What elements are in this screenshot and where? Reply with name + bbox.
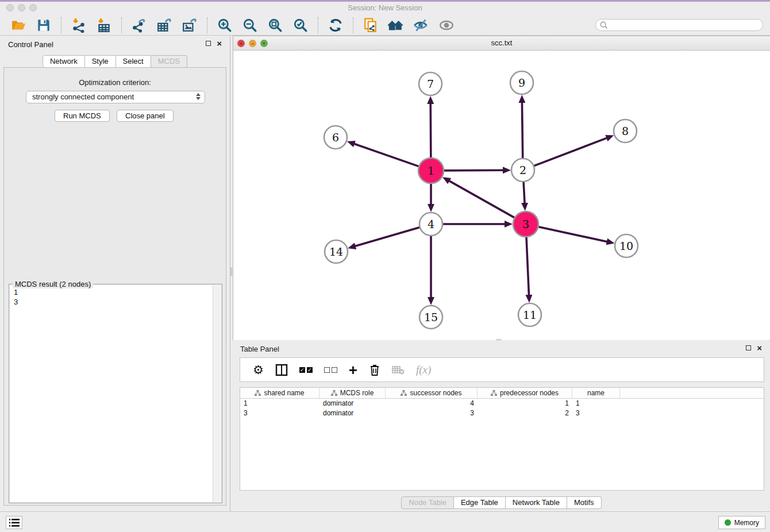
graph-node-label-1: 1 (428, 164, 434, 177)
delete-rows-icon[interactable] (369, 363, 380, 377)
tab-style[interactable]: Style (85, 55, 116, 68)
duplicate-network-icon[interactable] (363, 17, 379, 33)
network-minimize-icon[interactable]: − (249, 40, 256, 47)
search-field[interactable] (595, 19, 763, 31)
mcds-tab-content: Optimization criterion: strongly connect… (3, 67, 226, 506)
run-mcds-button[interactable]: Run MCDS (55, 110, 110, 122)
result-scrollbar[interactable] (213, 285, 221, 502)
export-network-icon[interactable] (131, 17, 147, 33)
graph-node-label-14: 14 (329, 245, 343, 258)
network-overview-icon[interactable] (388, 17, 404, 33)
zoom-window-button[interactable] (29, 4, 37, 11)
column-settings-icon[interactable]: ⚙ (253, 363, 264, 377)
network-zoom-icon[interactable]: + (260, 40, 268, 47)
node-table-header: shared nameMCDS rolesuccessor nodesprede… (240, 388, 764, 399)
table-cell[interactable]: 1 (478, 399, 572, 408)
open-session-icon[interactable] (10, 17, 26, 33)
column-header-MCDS-role[interactable]: MCDS role (319, 388, 386, 398)
close-panel-button[interactable]: Close panel (117, 110, 174, 122)
close-window-button[interactable] (6, 4, 14, 11)
show-graphics-icon[interactable] (438, 17, 455, 33)
export-image-icon[interactable] (182, 17, 198, 33)
zoom-out-icon[interactable] (242, 17, 258, 33)
column-label: name (587, 389, 605, 397)
graph-edge-2-3[interactable] (523, 180, 525, 203)
tab-edge-table[interactable]: Edge Table (454, 496, 506, 509)
graph-edge-1-2[interactable] (442, 170, 503, 171)
delete-table-icon (392, 363, 405, 377)
split-panel-icon[interactable] (275, 363, 288, 377)
table-cell[interactable]: 3 (572, 408, 620, 418)
column-header-shared-name[interactable]: shared name (240, 388, 319, 398)
graph-edge-3-10[interactable] (537, 226, 607, 242)
memory-button[interactable]: Memory (718, 516, 765, 529)
close-panel-icon[interactable]: × (217, 41, 222, 46)
tab-mcds[interactable]: MCDS (151, 55, 187, 68)
mcds-result-area[interactable]: 1 3 (10, 285, 221, 502)
list-icon (9, 519, 20, 527)
save-session-icon[interactable] (36, 17, 52, 33)
float-panel-icon[interactable] (206, 41, 211, 46)
tab-network-table[interactable]: Network Table (506, 496, 567, 509)
column-type-icon (401, 390, 407, 396)
network-window-titlebar[interactable]: × − + scc.txt (233, 36, 770, 51)
export-table-icon[interactable] (156, 17, 172, 33)
table-cell[interactable]: 4 (386, 399, 478, 408)
graph-edge-2-9[interactable] (522, 102, 522, 160)
column-header-successor-nodes[interactable]: successor nodes (386, 388, 478, 398)
graph-node-label-15: 15 (424, 311, 438, 323)
select-all-rows-icon[interactable]: ✓✓ (299, 363, 313, 377)
graph-edge-3-11[interactable] (526, 236, 529, 295)
table-cell[interactable]: 3 (386, 408, 478, 418)
criterion-dropdown[interactable]: strongly connected component (26, 91, 205, 103)
table-cell[interactable]: 1 (240, 399, 319, 408)
table-cell[interactable]: 3 (240, 408, 319, 418)
search-icon (600, 21, 608, 29)
graph-edge-1-7[interactable] (430, 103, 431, 159)
table-cell[interactable]: dominator (319, 399, 386, 408)
table-cell[interactable]: dominator (319, 408, 386, 418)
table-cell[interactable]: 1 (572, 399, 620, 408)
graph-node-label-3: 3 (522, 218, 529, 230)
minimize-window-button[interactable] (18, 4, 25, 11)
table-toolbar: ⚙ ✓✓ + f(x) (240, 357, 764, 382)
window-controls (6, 4, 37, 11)
table-row[interactable]: 3dominator323 (240, 408, 764, 418)
tab-node-table[interactable]: Node Table (401, 496, 454, 509)
tab-select[interactable]: Select (116, 55, 151, 68)
apply-layout-icon[interactable] (328, 17, 344, 33)
close-panel-icon[interactable]: × (757, 345, 762, 350)
network-close-icon[interactable]: × (237, 40, 245, 47)
toolbar-separator (207, 17, 207, 33)
table-cell[interactable]: 2 (478, 408, 572, 418)
table-panel-tabs: Node TableEdge TableNetwork TableMotifs (233, 496, 770, 509)
column-type-icon (331, 390, 337, 396)
import-network-icon[interactable] (71, 17, 87, 33)
vertical-splitter-handle[interactable] (230, 268, 232, 276)
column-label: successor nodes (410, 389, 461, 397)
hide-graphics-icon[interactable] (413, 17, 429, 33)
zoom-selected-icon[interactable] (292, 17, 309, 33)
toolbar-separator (121, 17, 122, 33)
app-titlebar: Session: New Session (0, 2, 770, 15)
float-panel-icon[interactable] (746, 345, 751, 350)
column-header-predecessor-nodes[interactable]: predecessor nodes (478, 388, 572, 398)
task-history-button[interactable] (6, 516, 22, 529)
import-table-icon[interactable] (96, 17, 112, 33)
graph-edge-1-6[interactable] (354, 144, 420, 167)
tab-network[interactable]: Network (43, 55, 85, 68)
column-header-name[interactable]: name (572, 388, 620, 398)
zoom-in-icon[interactable] (217, 17, 233, 33)
status-bar: Memory (0, 511, 770, 532)
graph-edge-2-8[interactable] (533, 138, 607, 166)
zoom-fit-icon[interactable] (267, 17, 283, 33)
table-row[interactable]: 1dominator411 (240, 399, 764, 408)
add-row-icon[interactable]: + (349, 363, 357, 377)
network-canvas[interactable]: 7968124314101511 (233, 51, 769, 340)
graph-edge-4-14[interactable] (355, 227, 421, 246)
tab-motifs[interactable]: Motifs (567, 496, 602, 509)
deselect-all-rows-icon[interactable] (324, 363, 337, 377)
graph-edge-3-1[interactable] (449, 181, 515, 219)
node-table-rows: 1dominator4113dominator323 (240, 399, 764, 418)
search-input[interactable] (611, 21, 754, 29)
